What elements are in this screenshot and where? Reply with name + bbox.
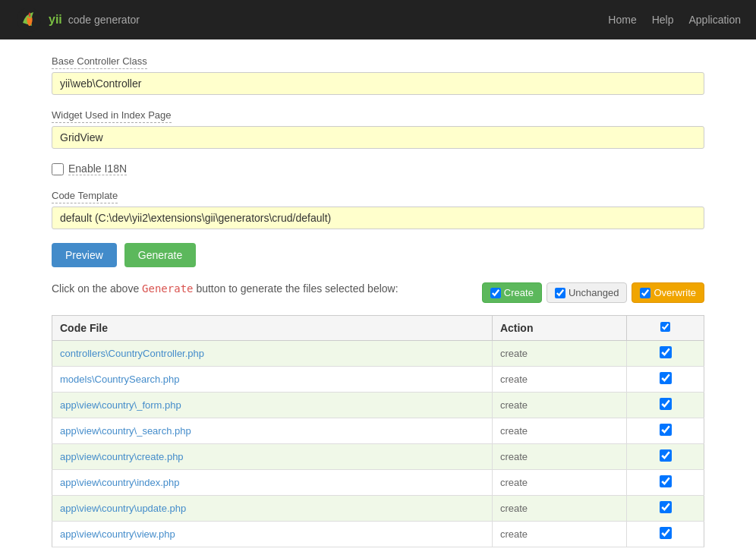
file-link[interactable]: models\CountrySearch.php bbox=[60, 374, 180, 385]
row-checkbox[interactable] bbox=[660, 501, 672, 513]
row-checkbox[interactable] bbox=[660, 449, 672, 462]
checkbox-cell bbox=[627, 418, 704, 444]
file-cell: controllers\CountryController.php bbox=[52, 341, 493, 367]
info-after: button to generate the files selected be… bbox=[196, 282, 398, 295]
info-before: Click on the above bbox=[52, 282, 139, 295]
action-cell: create bbox=[492, 444, 626, 470]
legend-unchanged-label: Unchanged bbox=[569, 287, 619, 298]
file-link[interactable]: app\view\country\_search.php bbox=[60, 425, 191, 437]
action-cell: create bbox=[492, 393, 626, 418]
file-link[interactable]: controllers\CountryController.php bbox=[60, 348, 204, 359]
table-row: models\CountrySearch.phpcreate bbox=[52, 367, 704, 393]
widget-group: Widget Used in Index Page bbox=[52, 109, 704, 149]
legend-overwrite-checkbox[interactable] bbox=[640, 288, 650, 298]
col-header-file: Code File bbox=[52, 316, 493, 341]
preview-button[interactable]: Preview bbox=[52, 243, 117, 267]
nav-application[interactable]: Application bbox=[689, 14, 742, 26]
row-checkbox[interactable] bbox=[660, 424, 672, 436]
main-nav: Home Help Application bbox=[608, 14, 741, 26]
i18n-label: Enable I18N bbox=[68, 162, 127, 175]
table-body: controllers\CountryController.phpcreatem… bbox=[52, 341, 704, 547]
checkbox-cell bbox=[627, 496, 704, 522]
file-link[interactable]: app\view\country\view.php bbox=[60, 528, 175, 540]
legend-create-checkbox[interactable] bbox=[490, 288, 501, 298]
logo: yii code generator bbox=[15, 6, 140, 33]
info-generate-word: Generate bbox=[142, 282, 193, 295]
legend-create[interactable]: Create bbox=[482, 282, 542, 303]
header: yii code generator Home Help Application bbox=[0, 0, 756, 39]
info-row: Click on the above Generate button to ge… bbox=[52, 282, 704, 303]
nav-home[interactable]: Home bbox=[608, 14, 636, 26]
action-cell: create bbox=[492, 367, 626, 393]
table-row: app\view\country\create.phpcreate bbox=[52, 444, 704, 470]
table-row: app\view\country\_search.phpcreate bbox=[52, 418, 704, 444]
legend-unchanged-checkbox[interactable] bbox=[555, 288, 565, 298]
action-cell: create bbox=[492, 341, 626, 367]
widget-input[interactable] bbox=[52, 126, 704, 149]
table-row: app\view\country\index.phpcreate bbox=[52, 470, 704, 496]
checkbox-cell bbox=[627, 393, 704, 418]
action-cell: create bbox=[492, 522, 626, 547]
yii-logo-icon bbox=[15, 6, 43, 33]
action-cell: create bbox=[492, 470, 626, 496]
checkbox-cell bbox=[627, 470, 704, 496]
legend-create-label: Create bbox=[504, 287, 534, 298]
col-header-select bbox=[627, 316, 704, 341]
checkbox-cell bbox=[627, 522, 704, 547]
widget-label: Widget Used in Index Page bbox=[52, 109, 172, 123]
file-cell: app\view\country\index.php bbox=[52, 470, 493, 496]
file-cell: app\view\country\update.php bbox=[52, 496, 493, 522]
legend: Create Unchanged Overwrite bbox=[482, 282, 704, 303]
file-link[interactable]: app\view\country\create.php bbox=[60, 451, 184, 462]
select-all-checkbox[interactable] bbox=[660, 322, 670, 332]
row-checkbox[interactable] bbox=[660, 372, 672, 384]
checkbox-cell bbox=[627, 444, 704, 470]
action-cell: create bbox=[492, 418, 626, 444]
code-template-group: Code Template bbox=[52, 189, 704, 229]
file-cell: app\view\country\view.php bbox=[52, 522, 493, 547]
row-checkbox[interactable] bbox=[660, 398, 672, 410]
header-subtitle: code generator bbox=[68, 14, 140, 26]
file-cell: app\view\country\_form.php bbox=[52, 393, 493, 418]
file-link[interactable]: app\view\country\_form.php bbox=[60, 399, 181, 411]
table-row: app\view\country\_form.phpcreate bbox=[52, 393, 704, 418]
checkbox-cell bbox=[627, 341, 704, 367]
legend-unchanged[interactable]: Unchanged bbox=[547, 282, 628, 303]
nav-help[interactable]: Help bbox=[652, 14, 674, 26]
code-template-label: Code Template bbox=[52, 190, 118, 203]
base-controller-input[interactable] bbox=[52, 72, 704, 95]
action-buttons: Preview Generate bbox=[52, 243, 704, 267]
file-table: Code File Action controllers\CountryCont… bbox=[52, 315, 704, 547]
table-header: Code File Action bbox=[52, 316, 704, 341]
file-link[interactable]: app\view\country\index.php bbox=[60, 477, 180, 488]
i18n-checkbox[interactable] bbox=[52, 163, 64, 175]
legend-overwrite[interactable]: Overwrite bbox=[632, 282, 704, 303]
header-title: yii bbox=[49, 13, 62, 27]
info-text: Click on the above Generate button to ge… bbox=[52, 282, 467, 295]
row-checkbox[interactable] bbox=[660, 475, 672, 487]
table-row: controllers\CountryController.phpcreate bbox=[52, 341, 704, 367]
code-template-input[interactable] bbox=[52, 207, 704, 229]
checkbox-cell bbox=[627, 367, 704, 393]
table-row: app\view\country\view.phpcreate bbox=[52, 522, 704, 547]
row-checkbox[interactable] bbox=[660, 346, 672, 358]
file-link[interactable]: app\view\country\update.php bbox=[60, 503, 186, 514]
generate-button[interactable]: Generate bbox=[124, 243, 196, 267]
file-cell: models\CountrySearch.php bbox=[52, 367, 493, 393]
table-row: app\view\country\update.phpcreate bbox=[52, 496, 704, 522]
base-controller-group: Base Controller Class bbox=[52, 55, 704, 95]
base-controller-label: Base Controller Class bbox=[52, 55, 147, 69]
legend-overwrite-label: Overwrite bbox=[654, 287, 696, 298]
row-checkbox[interactable] bbox=[660, 527, 672, 539]
main-content: Base Controller Class Widget Used in Ind… bbox=[36, 55, 720, 547]
file-cell: app\view\country\_search.php bbox=[52, 418, 493, 444]
file-cell: app\view\country\create.php bbox=[52, 444, 493, 470]
action-cell: create bbox=[492, 496, 626, 522]
col-header-action: Action bbox=[492, 316, 626, 341]
i18n-group: Enable I18N bbox=[52, 162, 704, 175]
